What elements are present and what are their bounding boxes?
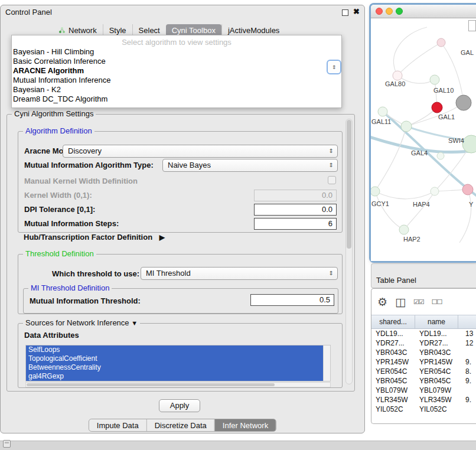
mi-algorithm-type-label: Mutual Information Algorithm Type: [24, 161, 154, 169]
network-node[interactable] [393, 71, 402, 80]
sources-group-title[interactable]: Sources for Network Inference ▼ [23, 318, 140, 327]
algorithm-popup-list: Bayesian - Hill ClimbingBasic Correlatio… [12, 47, 341, 104]
network-node[interactable] [399, 225, 409, 234]
table-row[interactable]: YDL19...YDL19...13 [371, 329, 476, 338]
aracne-mode-value: Discovery [68, 146, 102, 155]
network-node[interactable] [437, 38, 445, 47]
network-edge[interactable] [397, 43, 441, 76]
tab-impute-data[interactable]: Impute Data [89, 419, 146, 431]
table-row[interactable]: YLR345WYLR345W9. [371, 395, 476, 405]
network-node[interactable] [378, 107, 387, 116]
table-row[interactable]: YIL052CYIL052C [371, 405, 476, 414]
table-cell: 12 [458, 338, 476, 348]
network-node[interactable] [430, 75, 439, 84]
network-node[interactable] [456, 95, 471, 110]
table-panel-title: Table Panel [376, 276, 416, 285]
gear-icon[interactable]: ⚙ [377, 295, 387, 309]
table-row[interactable]: YDR27...YDR27...12 [371, 338, 476, 348]
table-cell: 13 [458, 329, 476, 338]
which-threshold-value: MI Threshold [146, 269, 191, 278]
network-node[interactable] [371, 187, 380, 196]
network-edge[interactable] [383, 112, 476, 198]
network-node[interactable] [431, 187, 439, 195]
attributes-hscroll-thumb[interactable] [27, 383, 275, 386]
tab-jactivemodules-label: jActiveModules [228, 26, 279, 35]
show-columns-icon[interactable]: ◫ [395, 295, 406, 309]
hub-transcription-factor-section[interactable]: Hub/Transcription Factor Definition ▶ [24, 233, 165, 242]
kernel-width-input[interactable]: 0.0 [254, 190, 337, 201]
attribute-list-item[interactable]: BetweennessCentrality [26, 363, 323, 372]
table-cell: 9. [458, 395, 476, 405]
attribute-list-item[interactable]: TopologicalCoefficient [26, 354, 323, 363]
algorithm-option[interactable]: Dream8 DC_TDC Algorithm [12, 94, 341, 104]
control-panel-window: Control Panel ✖ Network Style Select Cyn… [0, 5, 365, 433]
table-row[interactable]: YBR043CYBR043C [371, 348, 476, 357]
column-header-name[interactable]: name [415, 315, 458, 328]
network-node[interactable] [401, 121, 412, 132]
network-node-label: GAL4 [411, 149, 428, 156]
column-header-shared-name[interactable]: shared... [371, 315, 415, 328]
network-edge[interactable] [375, 126, 406, 191]
table-cell: YER054C [371, 367, 415, 376]
float-window-icon[interactable] [342, 9, 348, 16]
manual-kernel-width-checkbox[interactable] [328, 176, 336, 184]
dpi-tolerance-label: DPI Tolerance [0,1]: [24, 205, 95, 214]
tab-cyni-toolbox-label: Cyni Toolbox [172, 26, 216, 35]
minimize-traffic-light-icon[interactable] [386, 8, 393, 15]
network-node[interactable] [437, 152, 444, 159]
select-all-rows-icon[interactable]: ☑☑ [413, 298, 424, 306]
mi-algorithm-type-select[interactable]: Naive Bayes ⇕ [162, 159, 338, 172]
tab-discretize-data[interactable]: Discretize Data [146, 419, 214, 431]
kernel-width-label: Kernel Width (0,1): [24, 191, 92, 200]
table-row[interactable]: YBL079WYBL079W [371, 386, 476, 395]
mi-steps-input[interactable]: 6 [254, 218, 337, 230]
network-window-titlebar[interactable] [371, 5, 476, 18]
hub-transcription-factor-label: Hub/Transcription Factor Definition [24, 233, 152, 242]
network-node[interactable] [432, 102, 442, 113]
mi-steps-value: 6 [328, 219, 332, 228]
bottom-status-bar [0, 441, 476, 450]
dpi-tolerance-input[interactable]: 0.0 [254, 204, 337, 216]
network-node-label: Y [469, 201, 474, 208]
table-row[interactable]: YPR145WYPR145W9. [371, 357, 476, 367]
tab-select-label: Select [139, 26, 160, 35]
algorithm-combo-arrows-icon[interactable]: ⇕ [327, 60, 341, 74]
attribute-list-item[interactable]: SelfLoops [26, 345, 323, 354]
tab-infer-network[interactable]: Infer Network [214, 419, 276, 431]
close-traffic-light-icon[interactable] [376, 8, 383, 15]
attributes-vertical-scrollbar[interactable] [323, 345, 330, 381]
table-cell: YLR345W [371, 395, 415, 405]
algorithm-option[interactable]: Bayesian - Hill Climbing [12, 47, 341, 57]
zoom-traffic-light-icon[interactable] [396, 8, 403, 15]
deselect-all-rows-icon[interactable]: ☐☐ [432, 298, 442, 306]
birdseye-toggle[interactable] [468, 20, 476, 31]
data-attributes-list[interactable]: SelfLoopsTopologicalCoefficientBetweenne… [25, 345, 331, 381]
aracne-mode-select[interactable]: Discovery ⇕ [63, 145, 338, 158]
column-header-cut[interactable] [458, 315, 476, 328]
kernel-width-value: 0.0 [322, 191, 332, 200]
algorithm-option[interactable]: Basic Correlation Inference [12, 57, 341, 66]
network-node[interactable] [462, 184, 473, 195]
panel-corner-icon[interactable] [3, 440, 11, 448]
table-cell [458, 386, 476, 395]
mi-threshold-input[interactable]: 0.5 [250, 294, 334, 306]
apply-button[interactable]: Apply [159, 399, 200, 412]
table-row[interactable]: YBR045CYBR045C9. [371, 376, 476, 386]
close-icon[interactable]: ✖ [353, 7, 360, 16]
network-edge[interactable] [394, 27, 427, 76]
network-canvas[interactable]: GALGAL80GAL10GAL11GAL1SWI4GAL4GCY1HAP4YH… [371, 18, 476, 261]
algorithm-option[interactable]: Bayesian - K2 [12, 85, 341, 94]
settings-scrollbar-thumb[interactable] [347, 120, 351, 249]
algorithm-option[interactable]: ARACNE Algorithm [12, 66, 341, 76]
settings-scrollbar[interactable] [345, 119, 353, 384]
network-edge[interactable] [459, 190, 471, 243]
attributes-horizontal-scrollbar[interactable] [25, 382, 331, 387]
table-cell: 8. [458, 367, 476, 376]
spinner-arrows-icon: ⇕ [329, 145, 334, 157]
network-edge[interactable] [375, 191, 435, 199]
table-row[interactable]: YER054CYER054C8. [371, 367, 476, 376]
network-node-label: GAL1 [438, 113, 455, 120]
which-threshold-select[interactable]: MI Threshold ⇕ [141, 267, 338, 280]
algorithm-option[interactable]: Mutual Information Inference [12, 76, 341, 85]
attribute-list-item[interactable]: gal4RGexp [26, 372, 323, 381]
